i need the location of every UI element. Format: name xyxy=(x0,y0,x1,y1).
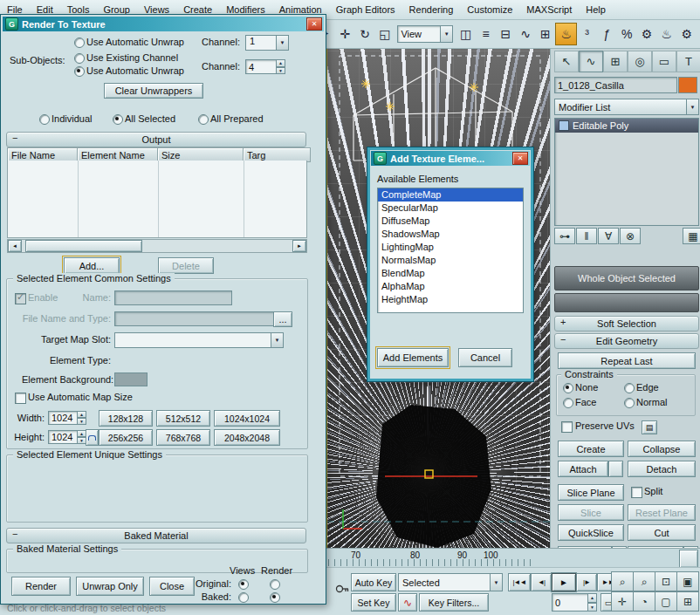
mirror-tool-icon[interactable]: ◫ xyxy=(456,24,476,44)
add-button[interactable]: Add... xyxy=(64,257,120,274)
previous-frame-button[interactable]: ◄| xyxy=(531,573,552,591)
list-item-lightingmap[interactable]: LightingMap xyxy=(378,241,523,254)
lock-aspect-icon[interactable] xyxy=(86,429,99,446)
set-key-button[interactable]: Set Key xyxy=(351,593,396,612)
elements-listbox[interactable]: CompleteMap SpecularMap DiffuseMap Shado… xyxy=(377,188,524,313)
create-button[interactable]: Create xyxy=(558,441,624,457)
add-dialog-titlebar[interactable]: G Add Texture Eleme... ✕ xyxy=(371,151,530,166)
zoom-all-icon[interactable]: ⌕ xyxy=(633,571,655,591)
layer-manager-icon[interactable]: ⊟ xyxy=(496,24,516,44)
close-icon[interactable]: ✕ xyxy=(306,17,322,31)
browse-button[interactable]: ... xyxy=(273,311,292,327)
enable-checkbox[interactable] xyxy=(15,293,26,304)
name-field[interactable] xyxy=(114,290,232,305)
tab-modify-icon[interactable]: ∿ xyxy=(579,51,603,72)
menu-graph-editors[interactable]: Graph Editors xyxy=(329,1,402,18)
pan-icon[interactable]: ✛ xyxy=(611,591,634,612)
make-unique-icon[interactable]: ∀ xyxy=(598,228,619,244)
stack-item-editable-poly[interactable]: Editable Poly xyxy=(555,119,698,133)
align-tool-icon[interactable]: ≡ xyxy=(476,24,496,44)
unwrap-only-button[interactable]: Unwrap Only xyxy=(76,577,144,596)
sub-auto-unwrap-radio[interactable] xyxy=(74,66,85,77)
modifier-list-dropdown[interactable]: Modifier List xyxy=(554,99,699,115)
render-options-icon[interactable]: ⚙ xyxy=(676,24,697,44)
baked-material-rollup[interactable]: − Baked Material xyxy=(6,528,306,543)
render-button[interactable]: Render xyxy=(11,577,71,596)
maximize-viewport-icon[interactable]: ▢ xyxy=(655,591,677,612)
auto-key-button[interactable]: Auto Key xyxy=(351,573,396,591)
scroll-thumb[interactable] xyxy=(25,240,142,252)
repeat-last-button[interactable]: Repeat Last xyxy=(558,352,696,369)
delete-button[interactable]: Delete xyxy=(158,257,214,274)
tab-display-icon[interactable]: ▭ xyxy=(652,51,676,72)
tab-hierarchy-icon[interactable]: ⊞ xyxy=(603,51,628,72)
scroll-left-icon[interactable]: ◄ xyxy=(8,240,22,252)
quick-render-icon[interactable]: ♨ xyxy=(656,24,676,44)
width-spinner[interactable] xyxy=(77,411,86,425)
size-2048-button[interactable]: 2048x2048 xyxy=(214,429,280,446)
constraint-normal-radio[interactable] xyxy=(624,398,635,408)
viewport-layout-icon[interactable]: ⊞ xyxy=(676,591,699,612)
all-prepared-radio[interactable] xyxy=(198,114,209,125)
tab-create-icon[interactable]: ↖ xyxy=(554,51,579,72)
constraint-none-radio[interactable] xyxy=(563,383,573,393)
timeline[interactable]: 70 80 90 100 xyxy=(326,548,700,568)
list-item-shadowsmap[interactable]: ShadowsMap xyxy=(378,228,523,241)
split-checkbox[interactable] xyxy=(631,487,642,498)
add-elements-button[interactable]: Add Elements xyxy=(377,348,449,367)
zoom-icon[interactable]: ⌕ xyxy=(611,571,634,591)
rotate-tool-icon[interactable]: ↻ xyxy=(355,24,375,44)
collapse-button[interactable]: Collapse xyxy=(628,441,696,457)
key-filters-button[interactable]: Key Filters... xyxy=(419,593,489,612)
file-name-field[interactable] xyxy=(114,311,274,326)
preserve-uvs-checkbox[interactable] xyxy=(561,421,573,433)
size-768-button[interactable]: 768x768 xyxy=(156,429,210,446)
list-item-alphamap[interactable]: AlphaMap xyxy=(378,280,523,293)
output-table-body[interactable] xyxy=(7,161,307,238)
modifier-stack[interactable]: Editable Poly xyxy=(554,118,699,226)
zoom-region-icon[interactable]: ▣ xyxy=(676,571,699,591)
object-name-field[interactable]: 1_0128_Casilla xyxy=(554,77,677,93)
channel-top-dropdown[interactable]: 1 xyxy=(245,35,289,51)
channel-sub-spinner[interactable] xyxy=(276,59,285,74)
all-selected-radio[interactable] xyxy=(113,114,123,125)
dropdown-arrow-icon[interactable] xyxy=(440,26,452,42)
reference-coordinate-dropdown[interactable]: View xyxy=(397,25,453,43)
go-to-start-button[interactable]: |◄◄ xyxy=(508,573,531,591)
cancel-button[interactable]: Cancel xyxy=(458,348,512,367)
edit-geometry-rollup[interactable]: − Edit Geometry xyxy=(554,333,699,349)
play-button[interactable]: ► xyxy=(552,573,576,591)
use-auto-map-size-checkbox[interactable] xyxy=(15,393,26,404)
size-1024-button[interactable]: 1024x1024 xyxy=(214,410,280,427)
height-field[interactable]: 1024 xyxy=(48,430,80,444)
size-512-button[interactable]: 512x512 xyxy=(156,410,210,427)
list-item-specularmap[interactable]: SpecularMap xyxy=(378,202,523,215)
output-rollup[interactable]: − Output xyxy=(6,132,306,147)
configure-modifier-sets-icon[interactable]: ▦ xyxy=(683,228,700,244)
menu-customize[interactable]: Customize xyxy=(460,1,519,18)
list-item-heightmap[interactable]: HeightMap xyxy=(378,293,523,306)
size-256-button[interactable]: 256x256 xyxy=(99,429,153,446)
schematic-view-icon[interactable]: ⊞ xyxy=(536,24,556,44)
new-key-filter-icon[interactable]: ∿ xyxy=(398,593,417,612)
reset-plane-button[interactable]: Reset Plane xyxy=(628,504,696,521)
clear-unwrappers-button[interactable]: Clear Unwrappers xyxy=(104,83,203,99)
rtt-titlebar[interactable]: G Render To Texture ✕ xyxy=(3,17,324,31)
scroll-right-icon[interactable]: ► xyxy=(292,240,306,252)
constraint-edge-radio[interactable] xyxy=(624,383,635,393)
original-views-radio[interactable] xyxy=(238,579,249,590)
next-frame-button[interactable]: |► xyxy=(576,573,597,591)
use-existing-channel-radio[interactable] xyxy=(74,53,85,64)
target-map-slot-dropdown[interactable] xyxy=(114,332,284,348)
menu-help[interactable]: Help xyxy=(579,1,613,18)
timeline-end-button[interactable] xyxy=(679,550,698,568)
dropdown-arrow-icon[interactable] xyxy=(686,99,698,114)
dropdown-arrow-icon[interactable] xyxy=(490,574,502,591)
frame-spinner[interactable] xyxy=(587,593,597,612)
list-item-normalsmap[interactable]: NormalsMap xyxy=(378,254,523,267)
attach-options-button[interactable] xyxy=(608,461,623,477)
current-frame-field[interactable]: 0 xyxy=(552,593,591,612)
cut-button[interactable]: Cut xyxy=(628,524,696,541)
object-color-swatch[interactable] xyxy=(678,77,697,93)
tab-utilities-icon[interactable]: T xyxy=(676,51,700,72)
